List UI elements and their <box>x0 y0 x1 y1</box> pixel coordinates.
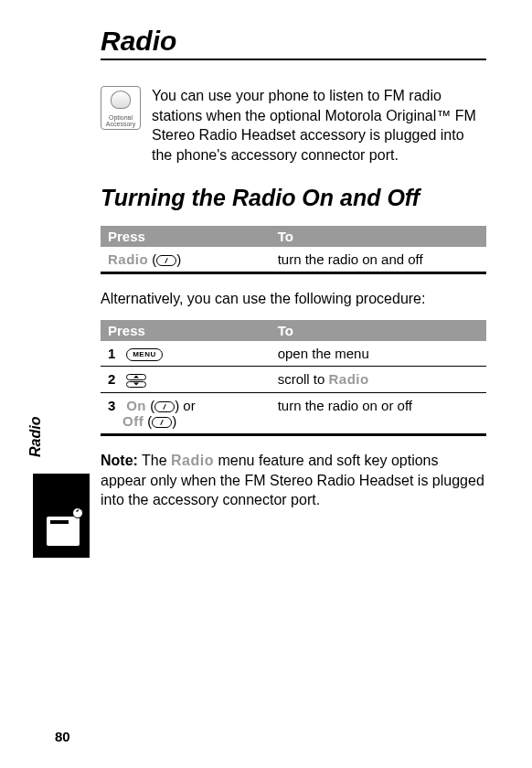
soft-key-icon <box>154 401 175 412</box>
intro-text: You can use your phone to listen to FM r… <box>152 86 486 165</box>
soft-key-label: Radio <box>108 251 148 267</box>
col-to: To <box>271 320 486 341</box>
menu-button-icon: MENU <box>126 348 163 361</box>
menu-label: Radio <box>171 453 214 468</box>
table-row: Radio () turn the radio on and off <box>101 247 486 273</box>
page-number: 80 <box>55 729 70 744</box>
cell-press: 1 MENU <box>101 341 271 367</box>
table-row: 3 On () or Off () turn the radio on or o… <box>101 392 486 434</box>
on-label: On <box>126 398 146 413</box>
cell-press: 2 <box>101 367 271 393</box>
step-number: 2 <box>108 371 122 387</box>
col-press: Press <box>101 226 271 247</box>
intro-row: Optional Accessory You can use your phon… <box>101 86 486 165</box>
soft-key-icon <box>156 255 176 266</box>
menu-label: Radio <box>329 371 369 387</box>
table-row: 2 scroll to Radio <box>101 367 486 393</box>
table-header: Press To <box>101 226 486 247</box>
step-number: 1 <box>108 346 122 361</box>
note-text: Note: The Radio menu feature and soft ke… <box>101 451 486 510</box>
col-press: Press <box>101 320 271 341</box>
page-body: Radio Optional Accessory You can use you… <box>0 0 532 768</box>
scroll-key-icon <box>126 374 146 388</box>
off-label: Off <box>122 413 144 429</box>
table-procedure: Press To 1 MENU open the menu 2 scroll t… <box>101 320 486 436</box>
col-to: To <box>271 226 486 247</box>
page-title: Radio <box>101 26 486 60</box>
cell-press: 3 On () or Off () <box>101 392 271 434</box>
alt-procedure-text: Alternatively, you can use the following… <box>101 291 486 307</box>
cell-to: turn the radio on and off <box>271 247 486 273</box>
table-header: Press To <box>101 320 486 341</box>
section-title: Turning the Radio On and Off <box>101 185 486 211</box>
table-row: 1 MENU open the menu <box>101 341 486 367</box>
optional-accessory-icon: Optional Accessory <box>101 86 141 130</box>
table-quick: Press To Radio () turn the radio on and … <box>101 226 486 274</box>
cell-to: scroll to Radio <box>271 367 486 393</box>
cell-to: turn the radio on or off <box>271 392 486 434</box>
note-label: Note: <box>101 453 138 468</box>
cell-to: open the menu <box>271 341 486 367</box>
soft-key-icon <box>152 417 172 428</box>
cell-press: Radio () <box>101 247 271 273</box>
step-number: 3 <box>108 398 122 413</box>
